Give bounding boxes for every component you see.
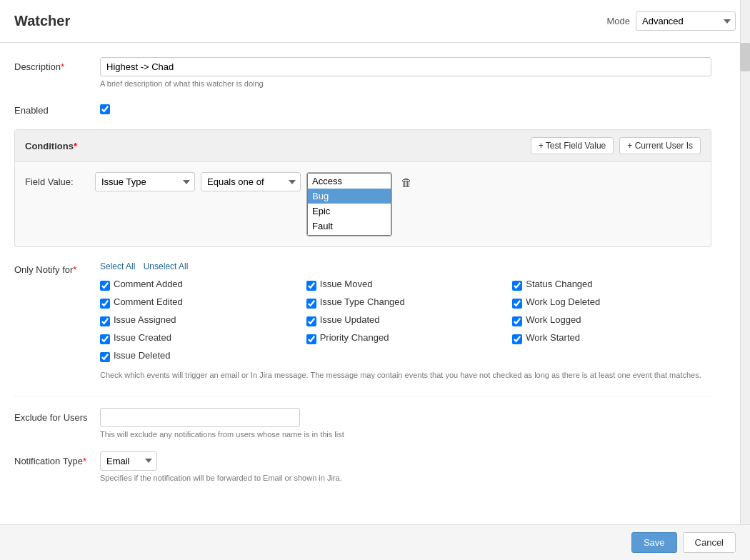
event-issue-type-changed: Issue Type Changed — [306, 295, 506, 309]
conditions-actions: + Test Field Value + Current User Is — [531, 137, 701, 154]
events-checkbox-grid: Comment Added Issue Moved Status Changed — [100, 277, 711, 362]
event-work-log-deleted: Work Log Deleted — [512, 295, 711, 309]
select-links: Select All Unselect All — [100, 261, 711, 271]
checkbox-comment-added[interactable] — [100, 281, 110, 291]
main-container: Watcher Mode Advanced Simple Description… — [0, 0, 750, 560]
content: Description* A brief description of what… — [0, 43, 740, 504]
operator-select[interactable]: Equals one of Not equals Contains Is emp… — [201, 172, 301, 191]
only-notify-content: Select All Unselect All Comment Added Is… — [100, 261, 711, 381]
field-selects: Issue Type Priority Status Assignee Equa… — [95, 172, 392, 236]
checkbox-issue-type-changed[interactable] — [306, 299, 316, 309]
delete-condition-button[interactable]: 🗑 — [398, 174, 415, 192]
enabled-checkbox[interactable] — [100, 104, 110, 114]
only-notify-label: Only Notify for* — [14, 261, 100, 275]
mode-section: Mode Advanced Simple — [606, 11, 736, 31]
description-row: Description* A brief description of what… — [14, 57, 711, 88]
checkbox-priority-changed[interactable] — [306, 334, 316, 344]
description-label: Description* — [14, 57, 100, 72]
event-priority-changed: Priority Changed — [306, 331, 506, 344]
checkbox-work-started[interactable] — [512, 334, 522, 344]
mode-label: Mode — [606, 16, 630, 26]
checkbox-work-log-deleted[interactable] — [512, 299, 522, 309]
checkbox-issue-deleted[interactable] — [100, 352, 110, 362]
checkbox-work-logged[interactable] — [512, 316, 522, 326]
event-work-logged: Work Logged — [512, 313, 711, 326]
cancel-button[interactable]: Cancel — [683, 532, 736, 553]
unselect-all-link[interactable]: Unselect All — [144, 261, 189, 271]
event-issue-assigned: Issue Assigned — [100, 313, 299, 326]
field-value-label: Field Value: — [25, 172, 89, 187]
notification-type-row: Notification Type* Email In Jira Both Sp… — [14, 451, 711, 482]
enabled-control — [100, 101, 711, 116]
notification-type-label: Notification Type* — [14, 451, 100, 466]
page-title: Watcher — [14, 13, 70, 29]
required-star: * — [61, 61, 64, 72]
event-status-changed: Status Changed — [512, 277, 711, 291]
only-notify-row: Only Notify for* Select All Unselect All… — [14, 261, 711, 381]
conditions-header: Conditions* + Test Field Value + Current… — [15, 130, 711, 162]
issue-type-listbox[interactable]: Access Bug Epic Fault IT Help — [307, 173, 391, 236]
checkbox-status-changed[interactable] — [512, 281, 522, 291]
save-button[interactable]: Save — [631, 532, 677, 553]
test-field-value-button[interactable]: + Test Field Value — [531, 137, 614, 154]
event-issue-created: Issue Created — [100, 331, 299, 344]
notification-type-hint: Specifies if the notification will be fo… — [100, 474, 342, 482]
event-comment-edited: Comment Edited — [100, 295, 299, 309]
exclude-users-row: Exclude for Users This will exclude any … — [14, 408, 711, 439]
header: Watcher Mode Advanced Simple — [0, 0, 750, 43]
event-work-started: Work Started — [512, 331, 711, 344]
event-issue-deleted: Issue Deleted — [100, 349, 299, 362]
description-control: A brief description of what this watcher… — [100, 57, 711, 88]
select-all-link[interactable]: Select All — [100, 261, 135, 271]
events-hint: Check which events will trigger an email… — [100, 369, 711, 381]
checkbox-comment-edited[interactable] — [100, 299, 110, 309]
enabled-row: Enabled — [14, 101, 711, 116]
conditions-section: Conditions* + Test Field Value + Current… — [14, 129, 711, 247]
exclude-users-input[interactable] — [100, 408, 300, 427]
mode-select[interactable]: Advanced Simple — [636, 11, 736, 31]
exclude-users-label: Exclude for Users — [14, 408, 100, 423]
conditions-title: Conditions* — [25, 141, 77, 151]
exclude-users-hint: This will exclude any notifications from… — [100, 430, 344, 439]
issue-type-listbox-container: Access Bug Epic Fault IT Help — [306, 172, 392, 236]
scrollbar-track[interactable] — [740, 0, 750, 560]
notification-type-control: Email In Jira Both Specifies if the noti… — [100, 451, 342, 482]
field-type-select[interactable]: Issue Type Priority Status Assignee — [95, 172, 195, 191]
enabled-label: Enabled — [14, 101, 100, 116]
current-user-is-button[interactable]: + Current User Is — [619, 137, 701, 154]
field-value-row: Field Value: Issue Type Priority Status … — [25, 172, 701, 236]
description-hint: A brief description of what this watcher… — [100, 79, 711, 88]
checkbox-issue-updated[interactable] — [306, 316, 316, 326]
footer-bar: Save Cancel — [0, 524, 750, 560]
notification-type-select[interactable]: Email In Jira Both — [100, 451, 157, 471]
event-issue-moved: Issue Moved — [306, 277, 506, 291]
conditions-body: Field Value: Issue Type Priority Status … — [15, 162, 711, 246]
event-issue-updated: Issue Updated — [306, 313, 506, 326]
checkbox-issue-moved[interactable] — [306, 281, 316, 291]
description-input[interactable] — [100, 57, 711, 76]
divider — [14, 396, 711, 396]
only-notify-section: Only Notify for* Select All Unselect All… — [14, 261, 711, 381]
checkbox-issue-created[interactable] — [100, 334, 110, 344]
scrollbar-thumb[interactable] — [740, 43, 750, 71]
event-comment-added: Comment Added — [100, 277, 299, 291]
exclude-users-control: This will exclude any notifications from… — [100, 408, 344, 439]
checkbox-issue-assigned[interactable] — [100, 316, 110, 326]
